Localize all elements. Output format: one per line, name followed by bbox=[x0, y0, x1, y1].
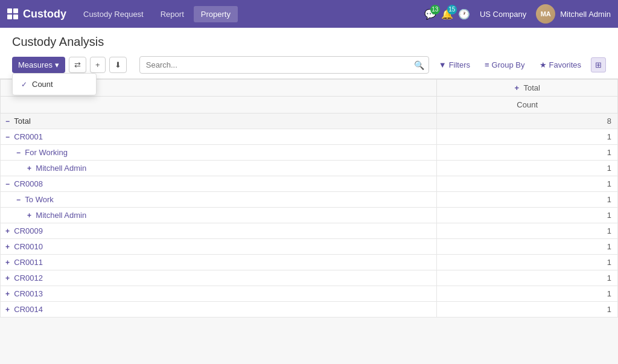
table-row: − To Work1 bbox=[1, 192, 618, 208]
total-label: Total bbox=[523, 83, 540, 92]
count-cell: 1 bbox=[437, 239, 618, 255]
count-cell: 8 bbox=[437, 113, 618, 129]
expand-icon[interactable]: + bbox=[5, 258, 11, 267]
row-label[interactable]: Mitchell Admin bbox=[36, 164, 86, 173]
row-label[interactable]: For Working bbox=[25, 148, 68, 157]
measures-count-item[interactable]: ✓ Count bbox=[13, 76, 96, 92]
count-cell: 1 bbox=[437, 145, 618, 161]
username: Mitchell Admin bbox=[560, 10, 611, 19]
filters-label: Filters bbox=[449, 60, 470, 69]
add-row-button[interactable]: + bbox=[90, 57, 106, 73]
table-row: + CR00121 bbox=[1, 270, 618, 286]
row-label[interactable]: CR0008 bbox=[14, 179, 43, 188]
logo-icon bbox=[7, 8, 18, 19]
table-row: + CR00101 bbox=[1, 239, 618, 255]
swap-columns-button[interactable]: ⇄ bbox=[69, 57, 86, 73]
table-row: + CR00091 bbox=[1, 223, 618, 239]
table-row: + CR00141 bbox=[1, 302, 618, 318]
collapse-icon[interactable]: − bbox=[16, 196, 22, 204]
count-column-header: Count bbox=[437, 97, 618, 113]
filters-button[interactable]: ▼ Filters bbox=[434, 58, 475, 72]
measures-label: Measures bbox=[18, 60, 53, 69]
row-label[interactable]: CR0012 bbox=[14, 273, 43, 283]
count-cell: 1 bbox=[437, 129, 618, 145]
filter-icon: ▼ bbox=[439, 60, 447, 69]
count-cell: 1 bbox=[437, 161, 618, 176]
table-row: + Mitchell Admin1 bbox=[1, 208, 618, 223]
table-row: − CR00011 bbox=[1, 129, 618, 145]
count-cell: 1 bbox=[437, 270, 618, 286]
table-row: + CR00131 bbox=[1, 286, 618, 302]
expand-icon[interactable]: + bbox=[27, 211, 33, 220]
search-input[interactable] bbox=[139, 56, 429, 74]
collapse-icon[interactable]: − bbox=[5, 133, 11, 141]
group-icon: ≡ bbox=[485, 60, 489, 69]
avatar[interactable]: MA bbox=[536, 4, 555, 24]
total-expand-icon[interactable]: + bbox=[514, 83, 519, 92]
group-by-label: Group By bbox=[492, 60, 525, 69]
total-row-label: Total bbox=[14, 117, 30, 126]
measures-chevron: ▾ bbox=[55, 60, 59, 69]
nav-report[interactable]: Report bbox=[153, 6, 191, 22]
chat-badge: 13 bbox=[430, 5, 440, 14]
page-content: Custody Analysis Measures ▾ ✓ Count ⇄ bbox=[0, 28, 618, 364]
count-cell: 1 bbox=[437, 176, 618, 192]
collapse-icon[interactable]: − bbox=[5, 180, 11, 188]
measures-dropdown: ✓ Count bbox=[12, 73, 97, 95]
row-label[interactable]: CR0011 bbox=[14, 258, 43, 267]
app-name: Custody bbox=[23, 8, 66, 21]
measures-button[interactable]: Measures ▾ bbox=[12, 57, 65, 73]
expand-icon[interactable]: + bbox=[5, 243, 11, 251]
page-title: Custody Analysis bbox=[12, 35, 606, 49]
expand-icon[interactable]: + bbox=[27, 164, 33, 173]
chat-button[interactable]: 💬 13 bbox=[424, 8, 436, 20]
expand-icon[interactable]: + bbox=[5, 290, 11, 298]
total-column-header: + Total bbox=[437, 80, 618, 97]
row-label[interactable]: To Work bbox=[25, 195, 53, 204]
table-row: − Total8 bbox=[1, 113, 618, 129]
collapse-icon[interactable]: − bbox=[16, 148, 22, 157]
count-cell: 1 bbox=[437, 255, 618, 270]
measures-count-label: Count bbox=[32, 80, 53, 89]
download-button[interactable]: ⬇ bbox=[109, 57, 127, 73]
row-label[interactable]: CR0014 bbox=[14, 305, 43, 314]
table-row: + CR00111 bbox=[1, 255, 618, 270]
count-cell: 1 bbox=[437, 192, 618, 208]
pivot-table: + Total Count − Total8− CR00011− For Wor… bbox=[0, 79, 618, 318]
toolbar-left: Measures ▾ ✓ Count ⇄ + ⬇ bbox=[12, 57, 127, 73]
favorites-button[interactable]: ★ Favorites bbox=[535, 58, 586, 72]
alerts-badge: 15 bbox=[447, 5, 457, 14]
row-label[interactable]: Mitchell Admin bbox=[36, 211, 86, 220]
row-label[interactable]: CR0013 bbox=[14, 289, 43, 298]
alerts-button[interactable]: 🔔 15 bbox=[441, 8, 453, 20]
page-header: Custody Analysis Measures ▾ ✓ Count ⇄ bbox=[0, 28, 618, 79]
pivot-view-button[interactable]: ⊞ bbox=[591, 57, 606, 72]
expand-icon[interactable]: + bbox=[5, 227, 11, 235]
page-toolbar: Measures ▾ ✓ Count ⇄ + ⬇ bbox=[12, 56, 606, 78]
count-cell: 1 bbox=[437, 208, 618, 223]
table-row: + Mitchell Admin1 bbox=[1, 161, 618, 176]
count-cell: 1 bbox=[437, 302, 618, 318]
nav-property[interactable]: Property bbox=[194, 6, 238, 22]
expand-icon[interactable]: + bbox=[5, 274, 11, 283]
row-label[interactable]: CR0001 bbox=[14, 132, 43, 141]
group-by-button[interactable]: ≡ Group By bbox=[480, 58, 530, 72]
check-icon: ✓ bbox=[21, 80, 27, 89]
measures-dropdown-container: Measures ▾ ✓ Count bbox=[12, 57, 65, 73]
table-row: − CR00081 bbox=[1, 176, 618, 192]
row-label[interactable]: CR0009 bbox=[14, 226, 43, 235]
clock-button[interactable]: 🕐 bbox=[458, 8, 470, 20]
search-container: 🔍 bbox=[139, 56, 429, 74]
nav-custody-request[interactable]: Custody Request bbox=[76, 6, 151, 22]
table-row: − For Working1 bbox=[1, 145, 618, 161]
collapse-icon[interactable]: − bbox=[5, 117, 11, 126]
app-logo[interactable]: Custody bbox=[7, 8, 66, 21]
row-label[interactable]: CR0010 bbox=[14, 242, 43, 251]
pivot-table-area: + Total Count − Total8− CR00011− For Wor… bbox=[0, 79, 618, 318]
expand-icon[interactable]: + bbox=[5, 305, 11, 314]
favorites-label: Favorites bbox=[549, 60, 581, 69]
count-cell: 1 bbox=[437, 223, 618, 239]
toolbar-right: 🔍 ▼ Filters ≡ Group By ★ Favorites ⊞ bbox=[139, 56, 606, 74]
nav-links: Custody Request Report Property bbox=[76, 6, 424, 22]
nav-right-area: 💬 13 🔔 15 🕐 US Company MA Mitchell Admin bbox=[424, 4, 611, 24]
